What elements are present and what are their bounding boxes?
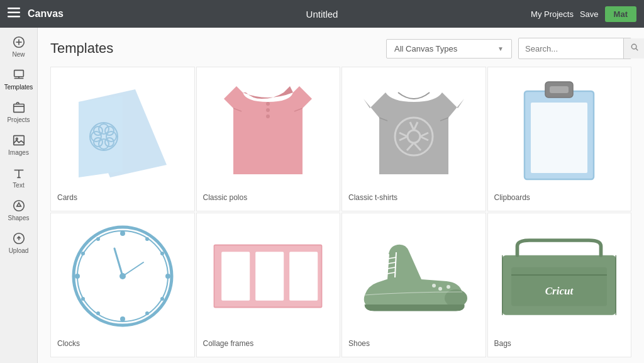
chevron-down-icon: ▼ xyxy=(497,45,504,52)
svg-point-53 xyxy=(145,311,149,315)
sidebar-item-shapes[interactable]: Shapes xyxy=(0,194,37,226)
template-card-tshirts[interactable]: Classic t-shirts xyxy=(341,67,486,211)
template-name-shoes: Shoes xyxy=(348,339,370,348)
svg-rect-64 xyxy=(255,252,284,300)
svg-point-58 xyxy=(81,297,85,301)
templates-header: Templates All Canvas Types ▼ xyxy=(38,28,644,67)
template-preview-cards xyxy=(57,74,188,187)
svg-line-19 xyxy=(636,48,638,50)
svg-rect-1 xyxy=(8,12,20,14)
svg-point-33 xyxy=(266,114,270,118)
svg-rect-63 xyxy=(221,252,250,300)
search-input[interactable] xyxy=(525,44,619,53)
sidebar-item-upload-label: Upload xyxy=(9,247,29,254)
svg-point-11 xyxy=(16,138,18,140)
template-card-collage[interactable]: Collage frames xyxy=(196,213,341,357)
template-preview-collage xyxy=(203,220,334,333)
sidebar-item-new-label: New xyxy=(12,51,25,58)
template-name-cards: Cards xyxy=(57,193,77,202)
sidebar: New Templates Projects Images xyxy=(0,28,38,363)
template-card-polos[interactable]: Classic polos xyxy=(196,67,341,211)
template-preview-clocks xyxy=(57,220,188,333)
svg-point-32 xyxy=(266,108,270,112)
template-preview-polos xyxy=(203,74,334,187)
main-content: Templates All Canvas Types ▼ xyxy=(38,28,644,363)
document-title: Untitled xyxy=(306,9,338,20)
svg-rect-6 xyxy=(14,70,23,77)
my-projects-link[interactable]: My Projects xyxy=(531,9,574,19)
svg-point-50 xyxy=(165,274,170,279)
sidebar-item-upload[interactable]: Upload xyxy=(0,226,37,259)
template-name-tshirts: Classic t-shirts xyxy=(348,193,397,202)
template-name-polos: Classic polos xyxy=(203,193,248,202)
svg-rect-43 xyxy=(550,86,569,93)
svg-rect-44 xyxy=(531,103,587,173)
topbar-actions: My Projects Save Mat xyxy=(531,6,636,22)
sidebar-item-text[interactable]: Text xyxy=(0,161,37,194)
search-icon[interactable] xyxy=(623,38,644,59)
templates-controls: All Canvas Types ▼ xyxy=(386,38,631,59)
canvas-type-value: All Canvas Types xyxy=(394,44,457,53)
svg-point-18 xyxy=(631,44,636,49)
svg-point-57 xyxy=(160,297,164,301)
svg-rect-2 xyxy=(8,16,20,18)
canvas-type-dropdown[interactable]: All Canvas Types ▼ xyxy=(386,39,512,59)
svg-point-48 xyxy=(120,316,125,321)
svg-point-73 xyxy=(432,284,436,288)
svg-point-49 xyxy=(75,274,80,279)
svg-point-72 xyxy=(447,285,450,289)
template-card-bags[interactable]: Cricut Bags xyxy=(487,213,632,357)
search-box xyxy=(518,38,631,59)
svg-point-54 xyxy=(96,311,100,315)
app-logo: Canvas xyxy=(28,8,64,20)
sidebar-item-shapes-label: Shapes xyxy=(8,215,30,221)
template-preview-tshirts xyxy=(348,74,479,187)
svg-point-51 xyxy=(145,237,149,241)
svg-point-47 xyxy=(120,231,125,236)
template-card-clocks[interactable]: Clocks xyxy=(50,213,195,357)
template-card-shoes[interactable]: Shoes xyxy=(341,213,486,357)
save-button[interactable]: Save xyxy=(580,9,599,19)
svg-point-56 xyxy=(81,252,85,255)
menu-icon[interactable] xyxy=(8,8,20,20)
sidebar-item-images[interactable]: Images xyxy=(0,128,37,161)
templates-grid: Cards Classic polos xyxy=(38,67,644,363)
sidebar-item-new[interactable]: New xyxy=(0,30,37,63)
template-name-collage: Collage frames xyxy=(203,339,254,348)
template-name-clocks: Clocks xyxy=(57,339,80,348)
svg-point-55 xyxy=(160,252,164,255)
svg-rect-65 xyxy=(289,252,318,300)
mat-button[interactable]: Mat xyxy=(605,6,636,22)
template-preview-clipboards xyxy=(494,74,625,187)
svg-rect-10 xyxy=(13,136,24,145)
sidebar-item-text-label: Text xyxy=(13,182,24,189)
svg-point-61 xyxy=(119,273,126,279)
sidebar-item-projects[interactable]: Projects xyxy=(0,96,37,128)
svg-point-71 xyxy=(438,287,442,291)
svg-rect-0 xyxy=(8,8,20,9)
template-name-clipboards: Clipboards xyxy=(494,193,530,202)
sidebar-item-templates[interactable]: Templates xyxy=(0,63,37,96)
sidebar-item-templates-label: Templates xyxy=(4,84,33,91)
templates-title: Templates xyxy=(50,40,113,57)
template-card-cards[interactable]: Cards xyxy=(50,67,195,211)
template-preview-bags: Cricut xyxy=(494,220,625,333)
sidebar-item-images-label: Images xyxy=(8,149,29,156)
sidebar-item-projects-label: Projects xyxy=(7,116,30,123)
template-card-clipboards[interactable]: Clipboards xyxy=(487,67,632,211)
svg-text:Cricut: Cricut xyxy=(545,285,574,297)
svg-point-31 xyxy=(266,102,270,106)
svg-rect-9 xyxy=(13,104,24,113)
svg-point-52 xyxy=(96,237,100,241)
template-preview-shoes xyxy=(348,220,479,333)
topbar: Canvas Untitled My Projects Save Mat xyxy=(0,0,644,28)
template-name-bags: Bags xyxy=(494,339,511,348)
